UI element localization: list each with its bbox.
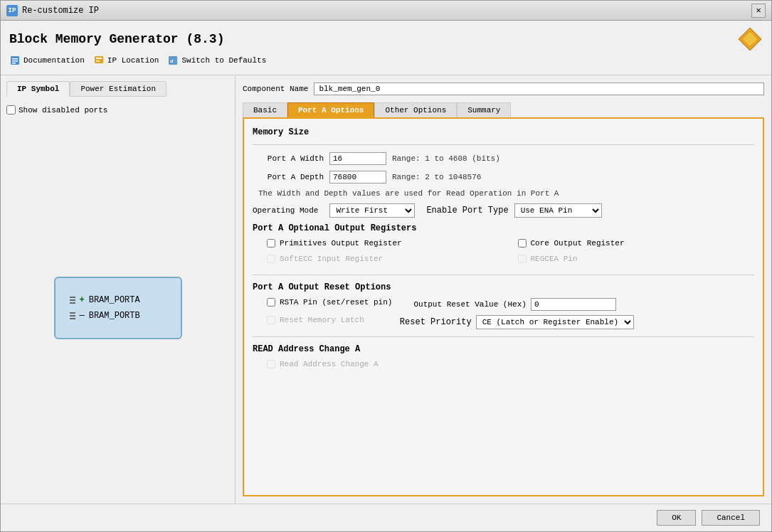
tab-power-estimation[interactable]: Power Estimation (70, 81, 166, 97)
enable-port-label: Enable Port Type (426, 206, 508, 216)
reset-priority-row: Reset Priority CE (Latch or Register Ena… (400, 315, 634, 329)
divider-2 (253, 275, 754, 275)
operating-mode-select[interactable]: Write First Read First No Change (329, 203, 415, 218)
width-input[interactable] (329, 152, 386, 165)
reset-value-row: Output Reset Value (Hex) (413, 298, 615, 311)
toolbar: Documentation IP Location ↺ (9, 52, 763, 69)
documentation-icon (10, 55, 20, 65)
reset-memory-row: Reset Memory Latch (267, 316, 364, 324)
window-title: Re-customize IP (22, 6, 99, 16)
operating-mode-row: Operating Mode Write First Read First No… (253, 203, 754, 218)
rsta-label: RSTA Pin (set/reset pin) (280, 298, 392, 307)
svg-rect-5 (12, 63, 16, 64)
divider-3 (253, 336, 754, 337)
depth-input[interactable] (329, 171, 386, 183)
softECC-label: SoftECC Input Register (280, 255, 383, 263)
svg-rect-3 (12, 58, 18, 60)
tab-content: Memory Size Port A Width Range: 1 to 460… (243, 117, 764, 496)
component-name-row: Component Name (243, 83, 764, 95)
reset-value-label: Output Reset Value (Hex) (413, 300, 526, 309)
port-a-label: BRAM_PORTA (89, 295, 140, 305)
read-address-title: READ Address Change A (253, 344, 754, 354)
depth-row: Port A Depth Range: 2 to 1048576 (253, 171, 754, 183)
output-registers-grid: Primitives Output Register Core Output R… (267, 239, 754, 267)
primitives-reg-checkbox[interactable] (267, 239, 275, 248)
tab-port-a[interactable]: Port A Options (287, 102, 374, 117)
port-b-label: BRAM_PORTB (89, 311, 140, 321)
rsta-checkbox[interactable] (267, 298, 275, 307)
port-a: + BRAM_PORTA (70, 295, 166, 305)
ok-button[interactable]: OK (657, 510, 696, 526)
vivado-logo (737, 26, 763, 52)
reset-memory-checkbox[interactable] (267, 316, 275, 324)
tab-basic[interactable]: Basic (243, 102, 287, 117)
width-range: Range: 1 to 4608 (bits) (392, 154, 500, 163)
rsta-row: RSTA Pin (set/reset pin) (267, 298, 392, 307)
softECC-row: SoftECC Input Register (267, 255, 504, 263)
content-area: IP Symbol Power Estimation Show disabled… (1, 75, 771, 504)
title-bar: IP Re-customize IP ✕ (1, 1, 771, 21)
read-address-checkbox[interactable] (267, 360, 275, 368)
app-title: Block Memory Generator (8.3) (9, 32, 224, 46)
optional-output-title: Port A Optional Output Registers (253, 223, 754, 233)
read-address-row: Read Address Change A (267, 360, 754, 368)
width-row: Port A Width Range: 1 to 4608 (bits) (253, 152, 754, 165)
divider-1 (253, 144, 754, 145)
reset-priority-label: Reset Priority (400, 317, 472, 327)
close-button[interactable]: ✕ (751, 4, 766, 18)
component-name-label: Component Name (243, 85, 308, 93)
switch-defaults-icon: ↺ (168, 55, 178, 65)
tab-ip-symbol[interactable]: IP Symbol (6, 81, 70, 97)
symbol-area: + BRAM_PORTA — BRAM_PORTB (6, 117, 229, 498)
primitives-reg-label: Primitives Output Register (280, 239, 402, 248)
switch-defaults-label: Switch to Defaults (181, 56, 266, 65)
enable-port-select[interactable]: Use ENA Pin Always Enabled (514, 203, 602, 218)
reset-memory-label: Reset Memory Latch (280, 316, 364, 324)
show-disabled-label: Show disabled ports (18, 106, 107, 115)
memory-size-title: Memory Size (253, 127, 754, 137)
window-icon: IP (6, 5, 18, 16)
enable-port-row: Enable Port Type Use ENA Pin Always Enab… (426, 203, 601, 218)
regcea-row: REGCEA Pin (518, 255, 755, 263)
reset-priority-select[interactable]: CE (Latch or Register Enable) S (Synchro… (476, 315, 634, 329)
show-disabled-checkbox[interactable] (6, 105, 16, 115)
read-address-label: Read Address Change A (280, 360, 379, 368)
documentation-button[interactable]: Documentation (9, 55, 85, 66)
svg-rect-7 (96, 58, 102, 59)
component-name-input[interactable] (314, 83, 764, 95)
cancel-button[interactable]: Cancel (702, 510, 760, 526)
softECC-checkbox[interactable] (267, 255, 275, 263)
port-b: — BRAM_PORTB (70, 311, 166, 321)
tab-other-options[interactable]: Other Options (374, 102, 457, 117)
core-reg-label: Core Output Register (531, 239, 625, 248)
width-depth-note: The Width and Depth values are used for … (258, 189, 754, 198)
core-reg-checkbox[interactable] (518, 239, 527, 248)
svg-rect-6 (95, 56, 103, 63)
switch-defaults-button[interactable]: ↺ Switch to Defaults (167, 55, 266, 66)
show-disabled-row: Show disabled ports (6, 102, 229, 117)
ip-location-icon (94, 55, 104, 65)
left-tabs: IP Symbol Power Estimation (6, 81, 229, 97)
svg-text:↺: ↺ (170, 58, 174, 64)
reset-value-input[interactable] (531, 298, 616, 311)
regcea-label: REGCEA Pin (531, 255, 578, 263)
bram-symbol: + BRAM_PORTA — BRAM_PORTB (54, 277, 182, 339)
core-reg-row: Core Output Register (518, 239, 755, 248)
depth-range: Range: 2 to 1048576 (392, 173, 481, 181)
main-tabs: Basic Port A Options Other Options Summa… (243, 102, 764, 117)
primitives-reg-row: Primitives Output Register (267, 239, 504, 248)
tab-summary[interactable]: Summary (457, 102, 511, 117)
right-panel: Component Name Basic Port A Options Othe… (236, 75, 771, 504)
svg-rect-4 (12, 60, 18, 62)
left-panel: IP Symbol Power Estimation Show disabled… (1, 75, 236, 504)
regcea-checkbox[interactable] (518, 255, 527, 263)
ip-location-button[interactable]: IP Location (93, 55, 159, 66)
width-label: Port A Width (253, 154, 324, 163)
bottom-bar: OK Cancel (1, 504, 771, 531)
app-header: Block Memory Generator (8.3) Documentati… (1, 21, 771, 75)
operating-mode-label: Operating Mode (253, 206, 318, 215)
depth-label: Port A Depth (253, 173, 324, 181)
svg-rect-8 (96, 60, 100, 62)
ip-location-label: IP Location (107, 56, 159, 65)
output-reset-title: Port A Output Reset Options (253, 282, 754, 292)
